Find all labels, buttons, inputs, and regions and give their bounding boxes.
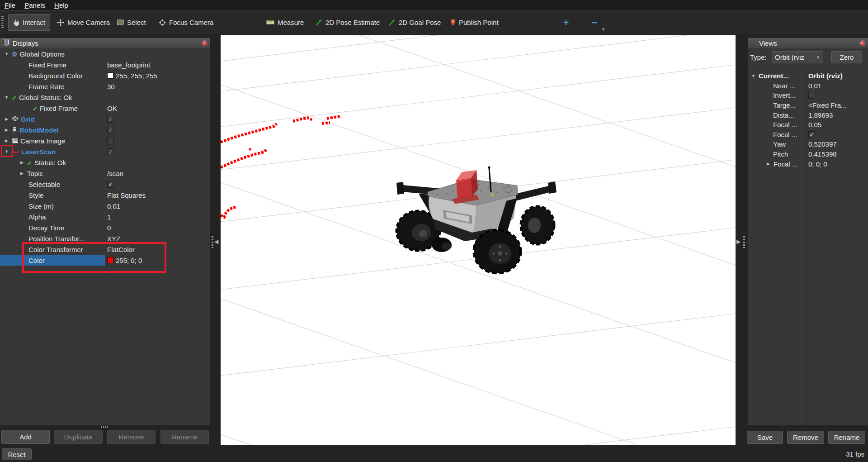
displays-row-grid[interactable]: ▶Grid✓ <box>0 114 210 124</box>
views-row-near[interactable]: Near ...0,01 <box>748 81 868 91</box>
displays-row-global-status-ok[interactable]: ▼✓Global Status: Ok <box>0 92 210 103</box>
left-splitter-grip[interactable] <box>212 236 213 248</box>
menu-file[interactable]: File <box>5 1 15 9</box>
collapse-arrow-icon[interactable]: ▼ <box>4 95 9 100</box>
views-row-focal[interactable]: ▶Focal ...0; 0; 0 <box>748 159 868 169</box>
reset-button[interactable]: Reset <box>2 448 32 460</box>
views-row-yaw[interactable]: Yaw0,520397 <box>748 139 868 149</box>
checkbox-checked[interactable]: ✓ <box>107 148 114 155</box>
displays-value-cell[interactable] <box>105 48 210 59</box>
displays-row-alpha[interactable]: Alpha1 <box>0 211 210 222</box>
views-value-cell[interactable] <box>806 90 868 100</box>
displays-value-cell[interactable]: 1 <box>105 211 210 222</box>
zero-button[interactable]: Zero <box>831 51 862 63</box>
views-value-cell[interactable]: 0; 0; 0 <box>806 159 868 169</box>
displays-row-laserscan[interactable]: ▼LaserScan✓ <box>0 146 210 157</box>
views-value-cell[interactable]: 1,89693 <box>806 110 868 120</box>
tool-remove-tool[interactable]: −▼ <box>587 14 602 31</box>
expand-arrow-icon[interactable]: ▶ <box>4 138 9 143</box>
displays-row-fixed-frame[interactable]: ✓Fixed FrameOK <box>0 103 210 114</box>
tool-add-tool[interactable]: + <box>558 14 574 31</box>
right-splitter-grip[interactable] <box>743 236 745 248</box>
tool-select[interactable]: Select <box>112 14 151 31</box>
displays-row-background-color[interactable]: Background Color255; 255; 255 <box>0 70 210 81</box>
toolbar-grip[interactable] <box>1 16 4 29</box>
checkbox-checked[interactable]: ✓ <box>107 127 114 133</box>
collapse-arrow-icon[interactable]: ▼ <box>4 52 9 56</box>
displays-value-cell[interactable]: 255; 255; 255 <box>105 70 210 81</box>
collapse-left-panel-icon[interactable]: ◀ <box>214 239 218 244</box>
displays-row-robotmodel[interactable]: ▶RobotModel✓ <box>0 124 210 135</box>
displays-value-cell[interactable] <box>105 92 210 103</box>
expand-arrow-icon[interactable]: ▶ <box>19 160 25 165</box>
displays-value-cell[interactable]: ✓ <box>105 114 210 124</box>
displays-bottom-grip[interactable] <box>101 426 108 428</box>
views-value-cell[interactable]: Orbit (rviz) <box>806 71 868 81</box>
displays-value-cell[interactable] <box>105 135 210 146</box>
views-value-cell[interactable]: <Fixed Fra... <box>806 100 868 110</box>
tool-interact[interactable]: Interact <box>8 14 50 31</box>
chevron-down-icon[interactable]: ▼ <box>601 27 605 32</box>
displays-row-topic[interactable]: ▶Topic/scan <box>0 168 210 179</box>
expand-arrow-icon[interactable]: ▶ <box>19 171 25 176</box>
views-save-button[interactable]: Save <box>747 431 783 444</box>
displays-add-button[interactable]: Add <box>1 430 50 444</box>
views-value-cell[interactable]: 0,415398 <box>806 149 868 159</box>
displays-row-global-options[interactable]: ▼⚙Global Options <box>0 48 210 59</box>
tool-move-camera[interactable]: Move Camera <box>52 14 115 31</box>
views-row-dista[interactable]: Dista...1,89693 <box>748 110 868 120</box>
displays-value-cell[interactable]: OK <box>105 103 210 114</box>
displays-row-style[interactable]: StyleFlat Squares <box>0 190 210 200</box>
expand-arrow-icon[interactable]: ▶ <box>765 162 771 166</box>
tool-2d-goal-pose[interactable]: 2D Goal Pose <box>383 14 446 31</box>
displays-row-decay-time[interactable]: Decay Time0 <box>0 222 210 233</box>
displays-panel-titlebar[interactable]: Displays × <box>0 38 210 48</box>
collapse-arrow-icon[interactable]: ▼ <box>750 74 756 78</box>
displays-row-frame-rate[interactable]: Frame Rate30 <box>0 81 210 92</box>
displays-value-cell[interactable]: Flat Squares <box>105 190 210 200</box>
views-value-cell[interactable]: 0,520397 <box>806 139 868 149</box>
checkbox-checked[interactable]: ✓ <box>808 131 815 138</box>
views-row-focal[interactable]: Focal ...✓ <box>748 130 868 140</box>
checkbox-unchecked[interactable] <box>808 92 815 99</box>
displays-row-fixed-frame[interactable]: Fixed Framebase_footprint <box>0 59 210 70</box>
displays-value-cell[interactable]: ✓ <box>105 124 210 135</box>
tool-focus-camera[interactable]: Focus Camera <box>154 14 218 31</box>
view-type-dropdown[interactable]: Orbit (rviz ▼ <box>772 51 823 63</box>
displays-value-cell[interactable]: ✓ <box>105 146 210 157</box>
views-value-cell[interactable]: 0,01 <box>806 81 868 91</box>
displays-value-cell[interactable]: ✓ <box>105 179 210 190</box>
displays-value-cell[interactable]: 30 <box>105 81 210 92</box>
views-row-invert[interactable]: Invert... <box>748 90 868 100</box>
displays-value-cell[interactable]: base_footprint <box>105 59 210 70</box>
displays-row-selectable[interactable]: Selectable✓ <box>0 179 210 190</box>
views-row-targe[interactable]: Targe...<Fixed Fra... <box>748 100 868 110</box>
displays-value-cell[interactable]: 0 <box>105 222 210 233</box>
views-value-cell[interactable]: ✓ <box>806 130 868 140</box>
tool-2d-pose-estimate[interactable]: 2D Pose Estimate <box>310 14 385 31</box>
views-row-pitch[interactable]: Pitch0,415398 <box>748 149 868 159</box>
expand-arrow-icon[interactable]: ▶ <box>4 117 9 121</box>
collapse-right-panel-icon[interactable]: ▶ <box>736 239 741 244</box>
views-remove-button[interactable]: Remove <box>787 431 824 444</box>
color-swatch[interactable] <box>107 72 113 79</box>
menu-help[interactable]: Help <box>54 1 68 9</box>
displays-value-cell[interactable] <box>105 157 210 168</box>
displays-row-camera-image[interactable]: ▶Camera Image <box>0 135 210 146</box>
views-rename-button[interactable]: Rename <box>828 431 865 444</box>
displays-row-status-ok[interactable]: ▶✓Status: Ok <box>0 157 210 168</box>
views-row-current[interactable]: ▼Current...Orbit (rviz) <box>748 71 868 81</box>
expand-arrow-icon[interactable]: ▶ <box>4 128 9 132</box>
displays-row-size-m[interactable]: Size (m)0,01 <box>0 200 210 211</box>
checkbox-checked[interactable]: ✓ <box>107 116 114 123</box>
viewport-3d[interactable] <box>221 35 736 445</box>
checkbox-unchecked[interactable] <box>107 138 114 144</box>
tool-measure[interactable]: Measure <box>261 14 309 31</box>
menu-panels[interactable]: Panels <box>24 1 45 9</box>
robot-model[interactable] <box>396 167 557 274</box>
displays-value-cell[interactable]: 0,01 <box>105 200 210 211</box>
views-panel-titlebar[interactable]: Views × <box>748 38 868 48</box>
views-close-icon[interactable]: × <box>859 40 865 46</box>
checkbox-checked[interactable]: ✓ <box>107 181 114 188</box>
displays-value-cell[interactable]: /scan <box>105 168 210 179</box>
